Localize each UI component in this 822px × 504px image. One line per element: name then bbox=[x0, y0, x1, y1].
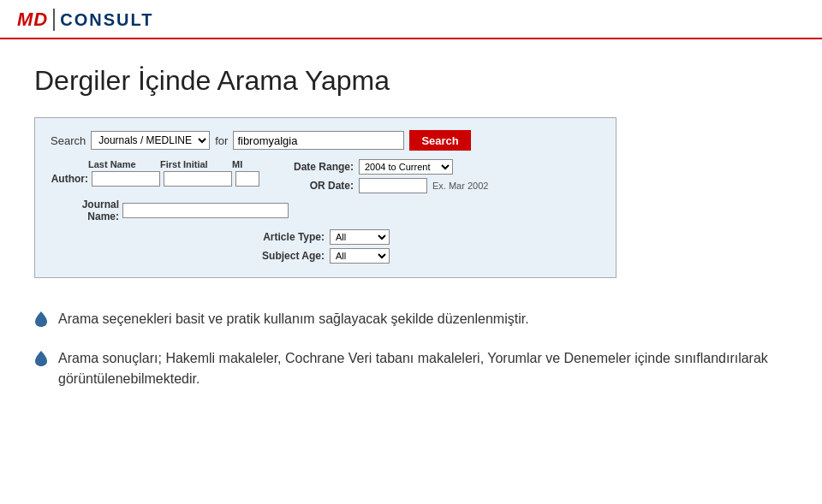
author-mi-input[interactable] bbox=[235, 171, 259, 187]
logo-divider bbox=[53, 9, 55, 31]
author-label: Author: bbox=[51, 173, 88, 185]
or-date-example: Ex. Mar 2002 bbox=[432, 181, 488, 191]
article-type-label: Article Type: bbox=[247, 231, 325, 243]
bullet-drop-icon bbox=[34, 311, 48, 325]
logo-consult: CONSULT bbox=[60, 10, 153, 30]
search-row4: Article Type: All Review Clinical Trial … bbox=[247, 229, 600, 264]
date-range-row: Date Range: 2004 to Current All Dates 1 … bbox=[285, 159, 488, 175]
journal-name-label: Journal Name: bbox=[51, 199, 119, 222]
search-row3: Journal Name: bbox=[51, 199, 600, 222]
author-inputs-row: Author: bbox=[51, 171, 259, 187]
mi-col-header: MI bbox=[232, 159, 258, 169]
article-type-dropdown[interactable]: All Review Clinical Trial bbox=[330, 229, 390, 245]
bullet-item: Arama seçenekleri basit ve pratik kullan… bbox=[34, 309, 788, 329]
search-row1: Search Journals / MEDLINE Books Patient … bbox=[51, 130, 600, 151]
date-section: Date Range: 2004 to Current All Dates 1 … bbox=[285, 159, 488, 193]
logo-md: MD bbox=[17, 9, 48, 31]
main-content: Dergiler İçinde Arama Yapma Search Journ… bbox=[0, 39, 822, 415]
last-name-col-header: Last Name bbox=[88, 159, 157, 169]
bullet-item: Arama sonuçları; Hakemli makaleler, Coch… bbox=[34, 348, 788, 389]
search-query-input[interactable] bbox=[233, 131, 404, 150]
header: MD CONSULT bbox=[0, 0, 822, 39]
bullets-section: Arama seçenekleri basit ve pratik kullan… bbox=[34, 309, 788, 389]
bullet-drop-icon bbox=[34, 351, 48, 365]
search-main-label: Search bbox=[51, 134, 86, 147]
search-button[interactable]: Search bbox=[409, 130, 470, 151]
search-row2: Last Name First Initial MI Author: Date … bbox=[51, 159, 600, 193]
subject-age-dropdown[interactable]: All Infant Child Adult Aged bbox=[330, 248, 390, 264]
for-label: for bbox=[215, 134, 228, 147]
or-date-input[interactable] bbox=[359, 178, 427, 193]
author-header-row: Last Name First Initial MI bbox=[88, 159, 259, 169]
or-date-label: OR Date: bbox=[285, 180, 354, 192]
search-type-dropdown[interactable]: Journals / MEDLINE Books Patient Educati… bbox=[91, 131, 210, 150]
date-range-label: Date Range: bbox=[285, 161, 354, 173]
or-date-row: OR Date: Ex. Mar 2002 bbox=[285, 178, 488, 193]
subject-age-label: Subject Age: bbox=[247, 250, 325, 262]
article-type-row: Article Type: All Review Clinical Trial bbox=[247, 229, 600, 245]
journal-name-input[interactable] bbox=[122, 203, 289, 218]
bullet-text: Arama seçenekleri basit ve pratik kullan… bbox=[58, 309, 529, 329]
page-title: Dergiler İçinde Arama Yapma bbox=[34, 65, 788, 97]
author-first-initial-input[interactable] bbox=[164, 171, 232, 187]
first-initial-col-header: First Initial bbox=[160, 159, 229, 169]
author-section: Last Name First Initial MI Author: bbox=[51, 159, 259, 187]
subject-age-row: Subject Age: All Infant Child Adult Aged bbox=[247, 248, 600, 264]
bullet-text: Arama sonuçları; Hakemli makaleler, Coch… bbox=[58, 348, 788, 389]
date-range-dropdown[interactable]: 2004 to Current All Dates 1 Year 5 Years bbox=[359, 159, 453, 175]
search-box-container: Search Journals / MEDLINE Books Patient … bbox=[34, 117, 616, 278]
author-last-name-input[interactable] bbox=[92, 171, 160, 187]
